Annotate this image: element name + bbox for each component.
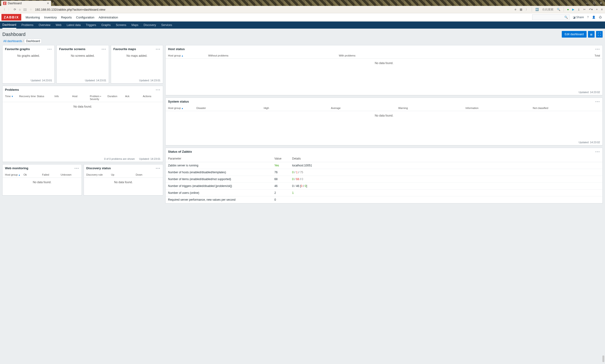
plus-icon[interactable]: +: [596, 8, 598, 11]
col-header[interactable]: Time: [5, 95, 19, 101]
help-icon[interactable]: ?: [587, 16, 589, 19]
sub-menu-overview[interactable]: Overview: [39, 23, 50, 27]
col-header[interactable]: Total: [469, 54, 600, 57]
widget-menu-icon[interactable]: •••: [156, 47, 160, 51]
top-menu-administration[interactable]: Administration: [99, 14, 118, 21]
table-row: Number of hosts (enabled/disabled/templa…: [166, 169, 602, 176]
bookmark-star-icon[interactable]: ☆: [29, 8, 32, 11]
col-header[interactable]: Unknown: [61, 173, 79, 176]
col-header[interactable]: Status: [37, 95, 55, 101]
qr-icon[interactable]: ▦: [520, 8, 522, 11]
top-menu-monitoring[interactable]: Monitoring: [26, 14, 40, 21]
cut-icon[interactable]: ✂: [583, 8, 586, 11]
col-header[interactable]: Without problems: [208, 54, 339, 57]
widget-menu-icon[interactable]: •••: [156, 88, 160, 91]
widget-menu-icon[interactable]: •••: [48, 47, 52, 51]
col-header[interactable]: With problems: [339, 54, 470, 57]
menu-icon[interactable]: ≡: [601, 8, 603, 11]
play-icon[interactable]: ▶: [572, 8, 574, 11]
top-menu-configuration[interactable]: Configuration: [76, 14, 94, 21]
logo[interactable]: ZABBIX: [1, 14, 21, 21]
page-header: Dashboard Edit dashboard ≣ ⛶: [0, 29, 605, 39]
breadcrumb: All dashboards / Dashboard: [0, 39, 605, 45]
top-menu-reports[interactable]: Reports: [61, 14, 72, 21]
browser-search[interactable]: 在此搜索: [542, 8, 554, 12]
widget-favourite-screens: Favourite screens••• No screens added. U…: [56, 45, 109, 83]
nodata-text: No data found.: [166, 111, 602, 120]
col-header[interactable]: Host group: [168, 107, 196, 109]
sub-menu-web[interactable]: Web: [55, 23, 61, 27]
home-icon[interactable]: ⌂: [19, 8, 21, 11]
col-header[interactable]: Host group: [168, 54, 208, 57]
fullscreen-icon[interactable]: ⛶: [596, 31, 603, 38]
share-button[interactable]: ◪ Share: [573, 16, 584, 19]
cell-details: 1: [292, 191, 600, 195]
widget-discovery-status: Discovery status••• Discovery ruleUpDown…: [84, 164, 163, 195]
widget-menu-icon[interactable]: •••: [595, 150, 600, 153]
sub-menu-screens[interactable]: Screens: [116, 23, 126, 27]
col-header[interactable]: High: [264, 107, 331, 109]
col-header[interactable]: Warning: [398, 107, 465, 109]
sub-menu-services[interactable]: Services: [161, 23, 172, 27]
col-header[interactable]: Discovery rule: [86, 173, 111, 176]
crumb-all-dashboards[interactable]: All dashboards: [3, 39, 22, 43]
reading-icon[interactable]: ▯▯: [23, 8, 27, 11]
col-header[interactable]: Not classified: [533, 107, 600, 109]
col-header[interactable]: Ack: [125, 95, 143, 101]
col-header[interactable]: Actions: [143, 95, 160, 101]
col-header[interactable]: Down: [136, 173, 160, 176]
widget-menu-icon[interactable]: •••: [595, 47, 600, 51]
undo-icon[interactable]: ↶▾: [589, 8, 593, 11]
browser-tab[interactable]: Z Dashboard ✕: [1, 1, 51, 6]
cell-value: Yes: [274, 164, 292, 167]
col-header[interactable]: Info: [55, 95, 72, 101]
top-menu-inventory[interactable]: Inventory: [44, 14, 57, 21]
window-minimize-icon[interactable]: —: [586, 1, 589, 5]
widget-menu-icon[interactable]: •••: [156, 166, 160, 170]
power-icon[interactable]: ⏻: [599, 16, 602, 19]
translate-icon[interactable]: 🔤: [535, 8, 539, 11]
col-header[interactable]: Average: [331, 107, 398, 109]
sub-menu-problems[interactable]: Problems: [22, 23, 34, 27]
edit-dashboard-button[interactable]: Edit dashboard: [562, 31, 587, 38]
window-maximize-icon[interactable]: ☐: [593, 1, 595, 5]
widget-menu-icon[interactable]: •••: [75, 166, 79, 170]
col-header[interactable]: Recovery time: [19, 95, 37, 101]
cell-parameter: Number of hosts (enabled/disabled/templa…: [168, 171, 274, 174]
sub-menu-triggers[interactable]: Triggers: [86, 23, 96, 27]
sub-menu-latest-data[interactable]: Latest data: [67, 23, 81, 27]
window-close-icon[interactable]: ✕: [600, 1, 602, 5]
user-icon[interactable]: 👤: [592, 16, 595, 19]
address-bar[interactable]: 192.168.93.132/zabbix.php?action=dashboa…: [35, 8, 105, 11]
forward-icon[interactable]: 〉: [8, 8, 11, 12]
back-icon[interactable]: 〈: [2, 8, 5, 12]
col-header[interactable]: Disaster: [196, 107, 264, 109]
chevron-right-icon[interactable]: 〉: [526, 8, 528, 12]
download-icon[interactable]: ⤓: [578, 8, 580, 11]
wechat-icon[interactable]: ●: [567, 8, 569, 11]
col-header[interactable]: Duration: [107, 95, 125, 101]
col-header[interactable]: Host group: [5, 173, 24, 176]
col-header[interactable]: Information: [465, 107, 533, 109]
reload-icon[interactable]: ⟳: [14, 8, 16, 11]
col-header[interactable]: Up: [111, 173, 136, 176]
table-row: Required server performance, new values …: [166, 196, 602, 203]
col-header[interactable]: Failed: [42, 173, 61, 176]
widget-menu-icon[interactable]: •••: [102, 47, 106, 51]
close-icon[interactable]: ✕: [47, 2, 49, 5]
col-header[interactable]: Host: [72, 95, 90, 101]
compat-icon[interactable]: e: [515, 8, 516, 11]
cell-details: [292, 198, 600, 201]
list-view-icon[interactable]: ≣: [588, 31, 595, 38]
col-parameter: Parameter: [168, 157, 274, 160]
new-tab-button[interactable]: +: [52, 1, 54, 5]
search-icon[interactable]: 🔍: [557, 8, 560, 11]
widget-menu-icon[interactable]: •••: [595, 100, 600, 103]
col-header[interactable]: Problem • Severity: [90, 95, 107, 101]
sub-menu-maps[interactable]: Maps: [131, 23, 138, 27]
sub-menu-dashboard[interactable]: Dashboard: [2, 23, 16, 29]
search-input[interactable]: 🔍: [532, 14, 569, 20]
sub-menu-discovery[interactable]: Discovery: [144, 23, 156, 27]
sub-menu-graphs[interactable]: Graphs: [101, 23, 111, 27]
col-header[interactable]: Ok: [24, 173, 42, 176]
